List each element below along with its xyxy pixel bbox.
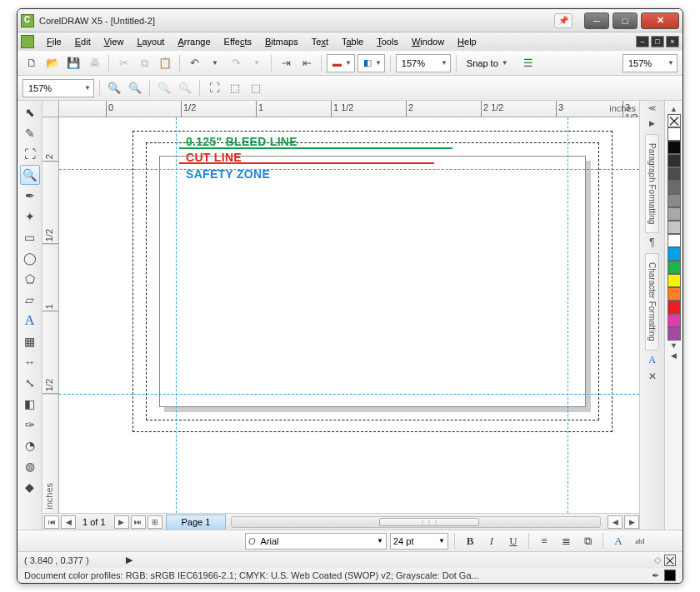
last-page-button[interactable]: ⏭ xyxy=(131,515,146,529)
mdi-restore-button[interactable]: □ xyxy=(651,36,664,47)
zoom-in-icon[interactable]: 🔍 xyxy=(105,79,123,97)
redo-icon[interactable]: ↷ xyxy=(227,54,245,72)
expand-docker-icon[interactable]: ▶ xyxy=(645,119,660,131)
color-swatch[interactable] xyxy=(668,234,681,247)
font-family-combo[interactable]: OArial▼ xyxy=(245,533,387,550)
save-icon[interactable]: 💾 xyxy=(64,54,82,72)
character-formatting-docker[interactable]: Character Formatting xyxy=(645,253,659,350)
undo-drop-icon[interactable]: ▼ xyxy=(206,54,224,72)
color-swatch[interactable] xyxy=(668,127,681,141)
menu-table[interactable]: Table xyxy=(336,35,369,48)
bold-button[interactable]: B xyxy=(461,533,479,550)
redo-drop-icon[interactable]: ▼ xyxy=(248,54,266,72)
text-tool-icon[interactable]: A xyxy=(20,311,40,331)
import-icon[interactable]: ⇥ xyxy=(277,54,295,72)
interactive-fill-icon[interactable]: ◆ xyxy=(20,477,40,497)
minimize-button[interactable]: ─ xyxy=(584,12,609,29)
pin-icon[interactable]: 📌 xyxy=(554,13,572,28)
interactive-tool-icon[interactable]: ◧ xyxy=(20,394,40,414)
edit-text-icon[interactable]: abI xyxy=(631,533,649,550)
smart-fill-icon[interactable]: ✦ xyxy=(20,206,40,226)
zoom-levels-combo[interactable]: 157%▼ xyxy=(22,79,94,97)
palette-up-icon[interactable]: ▲ xyxy=(670,105,678,113)
welcome-combo[interactable]: ◧▼ xyxy=(358,54,385,72)
add-page-button[interactable]: ⊞ xyxy=(148,515,162,529)
cut-icon[interactable]: ✂ xyxy=(114,54,132,72)
ellipse-tool-icon[interactable]: ◯ xyxy=(20,248,40,268)
horizontal-ruler[interactable]: 0 1/2 1 1 1/2 2 2 1/2 3 3 1/2 inches xyxy=(59,101,639,117)
freehand-tool-icon[interactable]: ✒ xyxy=(20,186,40,206)
close-docker-icon[interactable]: ✕ xyxy=(646,371,659,384)
palette-down-icon[interactable]: ▼ xyxy=(670,341,678,350)
zoom-tool-icon[interactable]: 🔍 xyxy=(20,165,40,185)
eyedropper-tool-icon[interactable]: ✑ xyxy=(20,415,40,435)
menu-text[interactable]: Text xyxy=(306,35,334,48)
basic-shapes-icon[interactable]: ▱ xyxy=(20,290,40,310)
page-tab[interactable]: Page 1 xyxy=(166,515,227,530)
table-tool-icon[interactable]: ▦ xyxy=(20,331,40,351)
color-swatch[interactable] xyxy=(668,261,681,274)
scroll-right-button[interactable]: ▶ xyxy=(624,515,639,529)
color-swatch[interactable] xyxy=(668,154,681,167)
status-next-icon[interactable]: ▶ xyxy=(126,555,132,565)
menu-help[interactable]: Help xyxy=(452,35,482,48)
ruler-origin[interactable] xyxy=(42,101,59,117)
horizontal-scrollbar[interactable]: ⋮⋮⋮ xyxy=(231,516,601,528)
color-swatch[interactable] xyxy=(668,181,681,194)
snap-to-combo[interactable]: Snap to▼ xyxy=(462,54,517,72)
shape-tool-icon[interactable]: ✎ xyxy=(20,123,40,143)
guide-horizontal[interactable] xyxy=(59,394,639,395)
polygon-tool-icon[interactable]: ⬠ xyxy=(20,269,40,289)
italic-button[interactable]: I xyxy=(482,533,501,550)
zoom-selected-icon[interactable]: 🔍 xyxy=(155,79,173,97)
copy-icon[interactable]: ⧉ xyxy=(135,54,153,72)
fill-tool-icon[interactable]: ◍ xyxy=(20,456,40,476)
launch-combo[interactable]: ▬▼ xyxy=(327,54,355,72)
pick-tool-icon[interactable]: ⬉ xyxy=(20,102,40,122)
prev-page-button[interactable]: ◀ xyxy=(61,515,76,529)
paragraph-icon[interactable]: ¶ xyxy=(646,236,659,250)
color-swatch[interactable] xyxy=(668,167,681,181)
dimension-tool-icon[interactable]: ↔ xyxy=(20,352,40,372)
zoom-all-icon[interactable]: 🔍 xyxy=(176,79,194,97)
print-icon[interactable]: 🖶 xyxy=(85,54,103,72)
undo-icon[interactable]: ↶ xyxy=(185,54,203,72)
color-swatch[interactable] xyxy=(668,207,681,221)
font-size-combo[interactable]: 24 pt▼ xyxy=(390,533,448,550)
menu-view[interactable]: View xyxy=(98,35,130,48)
mdi-close-button[interactable]: × xyxy=(666,36,679,47)
zoom-level-combo-2[interactable]: 157%▼ xyxy=(622,54,678,72)
document-icon[interactable] xyxy=(21,35,34,48)
zoom-width-icon[interactable]: ⬚ xyxy=(226,79,244,97)
rectangle-tool-icon[interactable]: ▭ xyxy=(20,227,40,247)
bullets-icon[interactable]: ≣ xyxy=(557,533,575,550)
paste-icon[interactable]: 📋 xyxy=(156,54,174,72)
options-icon[interactable]: ☰ xyxy=(519,54,538,72)
paragraph-formatting-docker[interactable]: Paragraph Formatting xyxy=(645,134,659,233)
menu-edit[interactable]: Edit xyxy=(69,35,97,48)
color-swatch[interactable] xyxy=(668,221,681,234)
canvas[interactable]: 0.125" BLEED LINE CUT LINE SAFETY ZONE xyxy=(59,117,639,513)
scroll-left-button[interactable]: ◀ xyxy=(608,515,622,529)
menu-file[interactable]: File xyxy=(41,35,68,48)
menu-effects[interactable]: Effects xyxy=(218,35,258,48)
guide-horizontal[interactable] xyxy=(59,169,639,170)
character-a-icon[interactable]: A xyxy=(646,354,659,367)
color-swatch[interactable] xyxy=(668,194,681,207)
collapse-dockers-icon[interactable]: ≪ xyxy=(645,104,660,116)
next-page-button[interactable]: ▶ xyxy=(114,515,129,529)
dropcap-icon[interactable]: ⧉ xyxy=(578,533,597,550)
zoom-page-icon[interactable]: ⛶ xyxy=(205,79,223,97)
outline-pen-icon[interactable]: ✒ xyxy=(652,570,659,581)
guide-vertical[interactable] xyxy=(568,117,568,513)
first-page-button[interactable]: ⏮ xyxy=(44,515,59,529)
color-swatch[interactable] xyxy=(668,141,681,154)
maximize-button[interactable]: □ xyxy=(612,12,638,29)
palette-flyout-icon[interactable]: ◀ xyxy=(671,351,677,360)
color-swatch[interactable] xyxy=(668,274,681,287)
color-swatch[interactable] xyxy=(668,327,681,341)
alignment-icon[interactable]: ≡ xyxy=(535,533,553,550)
open-icon[interactable]: 📂 xyxy=(43,54,62,72)
menu-bitmaps[interactable]: Bitmaps xyxy=(259,35,304,48)
no-color-swatch[interactable] xyxy=(668,114,681,127)
